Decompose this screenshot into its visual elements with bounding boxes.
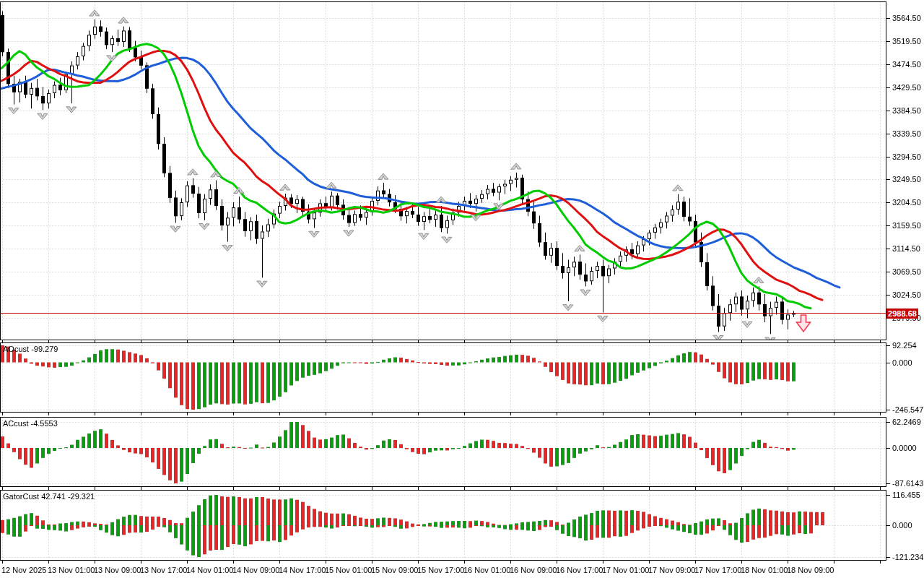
indicator-value: 42.741 -29.321 <box>41 492 95 501</box>
indicator-name: ACcust <box>3 419 28 428</box>
sell-signal-arrow-icon[interactable] <box>794 314 813 333</box>
indicator-name: GatorCust <box>3 492 39 501</box>
indicator-label-gatorcust: GatorCust 42.741 -29.321 <box>3 492 95 501</box>
indicator-label-accust: ACcust -4.5553 <box>3 419 58 428</box>
indicator-name: AOcust <box>3 345 29 353</box>
indicator-value: -99.279 <box>31 345 58 353</box>
trading-chart-window: 3564.503519.503474.503429.503384.503339.… <box>0 0 924 578</box>
indicator-label-aocust: AOcust -99.279 <box>3 345 58 353</box>
current-price-tag: 2988.68 <box>886 309 918 319</box>
indicator-value: -4.5553 <box>31 419 58 428</box>
price-chart-canvas[interactable] <box>0 0 924 578</box>
